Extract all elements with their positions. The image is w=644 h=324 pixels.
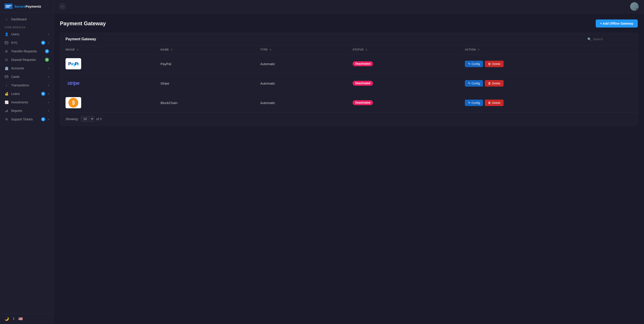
sidebar-item-transfer-requests[interactable]: ⊞ Transfer Requests 3 [0, 47, 54, 56]
kyc-badge: 0 [41, 41, 45, 45]
gateway-image-cell: P ay P al [60, 54, 155, 74]
sidebar-item-label: Accounts [11, 67, 45, 70]
dark-mode-icon[interactable]: 🌙 [4, 316, 9, 321]
loans-badge: 0 [41, 92, 45, 96]
blockchain-logo: ₿ [66, 97, 81, 108]
table-card-header: Payment Gateway 🔍 [60, 33, 638, 46]
sidebar-item-support-tickets[interactable]: ⚙ Support Tickets 0 ▾ [0, 115, 54, 124]
chevron-down-icon: ▾ [48, 42, 49, 44]
config-button[interactable]: ✎ Config [465, 80, 483, 87]
gateway-status-cell: Deactivated [347, 74, 460, 93]
sidebar-item-label: Dashboard [11, 18, 49, 21]
user-avatar[interactable] [630, 2, 639, 11]
status-badge: Deactivated [353, 81, 373, 86]
search-input[interactable] [593, 37, 632, 41]
support-icon: ⚙ [4, 117, 8, 121]
svg-text:al: al [77, 61, 79, 66]
per-page-select[interactable]: 15 25 50 100 [81, 116, 94, 122]
col-status: STATUS ⇅ [347, 46, 460, 54]
gateway-image-cell: stripe [60, 74, 155, 93]
sort-icon: ⇅ [270, 49, 272, 51]
edit-icon: ✎ [468, 62, 470, 66]
gateway-type-cell: Automatic [255, 54, 347, 74]
sidebar-item-label: Users [11, 33, 45, 36]
sidebar-item-transactions[interactable]: ↕ Transactions ▾ [0, 81, 54, 90]
paypal-logo: P ay P al [66, 58, 81, 69]
flag-icon[interactable]: 🇺🇸 [18, 316, 23, 321]
trash-icon: 🗑 [488, 62, 491, 66]
sidebar-item-reports[interactable]: Reports ▾ [0, 107, 54, 115]
sidebar-item-cards[interactable]: Cards ▾ [0, 73, 54, 81]
sidebar-item-investments[interactable]: 📈 Investments ▾ [0, 98, 54, 107]
table-card-title: Payment Gateway [66, 37, 96, 41]
deposit-icon: ⊟ [4, 58, 8, 62]
sidebar-item-label: Investments [11, 101, 45, 104]
delete-button[interactable]: 🗑 Delete [485, 100, 504, 106]
gateway-action-cell: ✎ Config 🗑 Delete [460, 54, 638, 74]
sidebar-item-label: Transfer Requests [11, 50, 42, 53]
transfer-icon: ⊞ [4, 49, 8, 53]
sidebar-nav: ⌂ Dashboard CORE MODULES 👤 Users ▾ KYC 0… [0, 13, 54, 313]
sidebar-item-label: Support Tickets [11, 118, 38, 121]
back-icon: ← [61, 5, 64, 8]
chevron-down-icon: ▾ [48, 33, 49, 36]
sidebar-item-deposit-requests[interactable]: ⊟ Deposit Requests 0 [0, 56, 54, 64]
table-row: stripe Stripe Automatic Deactivated ✎ [60, 74, 638, 93]
svg-rect-4 [5, 76, 8, 78]
table-header: IMAGE ⇅ NAME ⇅ TYPE ⇅ STATUS ⇅ ACTION ⇅ [60, 46, 638, 54]
topbar: ← [54, 0, 644, 13]
action-buttons: ✎ Config 🗑 Delete [465, 80, 632, 87]
gateway-type-cell: Automatic [255, 93, 347, 113]
sort-icon: ⇅ [77, 49, 79, 51]
col-image: IMAGE ⇅ [60, 46, 155, 54]
page-header: Payment Gateway + Add Offline Gateway [60, 20, 638, 28]
table-footer: Showing: 15 25 50 100 of 3 [60, 112, 638, 125]
sidebar-item-users[interactable]: 👤 Users ▾ [0, 30, 54, 39]
loans-icon: 💰 [4, 92, 8, 96]
gateway-status-cell: Deactivated [347, 93, 460, 113]
transactions-icon: ↕ [4, 83, 8, 87]
chevron-down-icon: ▾ [48, 118, 49, 121]
back-button[interactable]: ← [59, 3, 66, 10]
sidebar-item-accounts[interactable]: 🏦 Accounts ▾ [0, 64, 54, 73]
col-action: ACTION ⇅ [460, 46, 638, 54]
table-search: 🔍 [588, 37, 632, 41]
of-total-label: of 3 [96, 117, 102, 121]
content-area: Payment Gateway + Add Offline Gateway Pa… [54, 13, 644, 324]
investments-icon: 📈 [4, 100, 8, 104]
main-area: ← Payment Gateway + Add Offline Gateway … [54, 0, 644, 324]
sidebar-item-kyc[interactable]: KYC 0 ▾ [0, 39, 54, 47]
sidebar-item-loans[interactable]: 💰 Loans 0 ▾ [0, 90, 54, 98]
online-status-dot [636, 8, 638, 10]
action-buttons: ✎ Config 🗑 Delete [465, 61, 632, 67]
sidebar-item-dashboard[interactable]: ⌂ Dashboard [0, 15, 54, 24]
id-card-icon [4, 41, 8, 45]
reports-icon [4, 109, 8, 113]
trash-icon: 🗑 [488, 82, 491, 85]
page-title: Payment Gateway [60, 20, 106, 27]
users-icon: 👤 [4, 32, 8, 36]
gateway-type-cell: Automatic [255, 74, 347, 93]
svg-point-1 [5, 42, 6, 43]
table-row: ₿ BlockChain Automatic Deactivated ✎ [60, 93, 638, 113]
delete-button[interactable]: 🗑 Delete [485, 80, 504, 87]
config-button[interactable]: ✎ Config [465, 100, 483, 106]
gateway-name-cell: PayPal [155, 54, 255, 74]
sidebar-item-label: Reports [11, 109, 45, 113]
chevron-down-icon: ▾ [48, 67, 49, 70]
gateway-action-cell: ✎ Config 🗑 Delete [460, 74, 638, 93]
chevron-down-icon: ▾ [48, 84, 49, 87]
delete-button[interactable]: 🗑 Delete [485, 61, 504, 67]
sidebar-item-label: Cards [11, 75, 45, 79]
gateway-table: IMAGE ⇅ NAME ⇅ TYPE ⇅ STATUS ⇅ ACTION ⇅ [60, 46, 638, 112]
svg-rect-7 [6, 110, 7, 112]
status-badge: Deactivated [353, 100, 373, 105]
config-button[interactable]: ✎ Config [465, 61, 483, 67]
stripe-text: stripe [67, 80, 80, 86]
svg-rect-8 [7, 110, 8, 112]
info-icon[interactable]: ℹ [13, 316, 14, 321]
add-offline-gateway-button[interactable]: + Add Offline Gateway [596, 20, 638, 28]
chevron-down-icon: ▾ [48, 110, 49, 112]
stripe-logo: stripe [66, 78, 81, 89]
gateway-image-cell: ₿ [60, 93, 155, 113]
